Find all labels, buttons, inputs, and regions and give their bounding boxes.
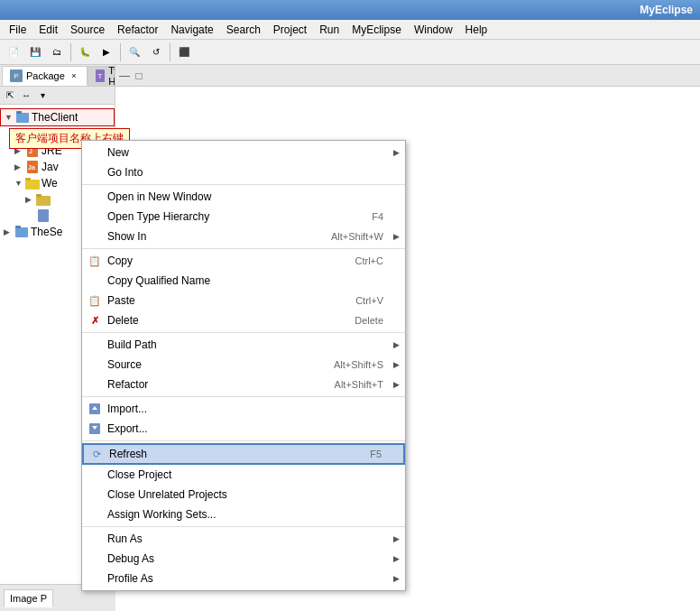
ctx-refresh-label: Refresh [109, 448, 147, 460]
menu-edit[interactable]: Edit [33, 22, 63, 38]
ctx-run-as[interactable]: Run As [82, 529, 405, 549]
ctx-copy-label: Copy [107, 255, 133, 267]
ctx-refresh[interactable]: ⟳ Refresh F5 [82, 443, 405, 465]
refresh-icon: ⟳ [89, 447, 104, 461]
ctx-build-path[interactable]: Build Path [82, 335, 405, 355]
ctx-run-as-label: Run As [107, 532, 143, 545]
java-icon: Ja [25, 160, 40, 174]
ctx-new[interactable]: New [82, 143, 405, 162]
right-minimize-btn[interactable]: — [117, 69, 132, 83]
toolbar-save[interactable]: 💾 [25, 42, 45, 62]
toolbar-search[interactable]: 🔍 [124, 42, 144, 62]
tab-strip: P Package × T Type Hi — □ ▾ [0, 65, 115, 87]
right-maximize-btn[interactable]: □ [132, 69, 146, 83]
separator-3 [170, 43, 170, 61]
menu-run[interactable]: Run [314, 22, 345, 38]
menu-search[interactable]: Search [221, 22, 266, 38]
paste-icon: 📋 [88, 293, 102, 308]
ctx-sep-2 [82, 248, 405, 249]
these-icon [14, 225, 29, 239]
ctx-profile-as[interactable]: Profile As [82, 569, 405, 588]
menu-source[interactable]: Source [65, 22, 110, 38]
tab-package-close[interactable]: × [69, 70, 79, 81]
sub2-icon [36, 208, 51, 223]
ctx-open-type-hierarchy[interactable]: Open Type Hierarchy F4 [82, 207, 405, 227]
ctx-close-unrelated[interactable]: Close Unrelated Projects [82, 485, 405, 505]
svg-rect-12 [38, 209, 49, 222]
ctx-sep-5 [82, 440, 405, 441]
ctx-open-type-hierarchy-shortcut: F4 [372, 211, 398, 222]
ctx-delete-label: Delete [107, 314, 139, 327]
tab-type-hierarchy[interactable]: T Type Hi [88, 66, 115, 86]
ctx-assign-working-sets[interactable]: Assign Working Sets... [82, 505, 405, 524]
menu-refactor[interactable]: Refactor [112, 22, 163, 38]
ctx-import[interactable]: Import... [82, 399, 405, 419]
ctx-refresh-shortcut: F5 [370, 449, 396, 459]
ctx-source-label: Source [107, 358, 142, 371]
ctx-new-label: New [107, 146, 129, 159]
tab-type-label: Type Hi [108, 65, 115, 87]
type-hierarchy-icon: T [96, 69, 105, 82]
svg-rect-13 [15, 227, 28, 237]
toolbar-save-all[interactable]: 🗂 [47, 42, 67, 62]
ctx-close-project-label: Close Project [107, 468, 171, 481]
toolbar-debug[interactable]: 🐛 [75, 42, 95, 62]
ctx-export-label: Export... [107, 422, 148, 435]
tree-label-we: We [41, 177, 58, 190]
title-bar: MyEclipse [0, 0, 700, 20]
link-editor-btn[interactable]: ↔ [18, 88, 34, 104]
menu-project[interactable]: Project [268, 22, 312, 38]
bottom-tab-label: Image P [10, 593, 47, 604]
menu-navigate[interactable]: Navigate [165, 22, 218, 38]
ctx-copy-qualified-name[interactable]: Copy Qualified Name [82, 271, 405, 291]
menu-file[interactable]: File [4, 22, 32, 38]
ctx-go-into[interactable]: Go Into [82, 162, 405, 182]
bottom-tab-image[interactable]: Image P [4, 589, 53, 607]
ctx-copy-qualified-name-label: Copy Qualified Name [107, 274, 210, 287]
toolbar-run[interactable]: ▶ [97, 42, 116, 62]
ctx-source[interactable]: Source Alt+Shift+S [82, 355, 405, 375]
menu-myeclipse[interactable]: MyEclipse [346, 22, 407, 38]
main-toolbar: 📄 💾 🗂 🐛 ▶ 🔍 ↺ ⬛ [0, 40, 700, 65]
tree-arrow-these: ▶ [4, 227, 14, 236]
ctx-close-project[interactable]: Close Project [82, 465, 405, 485]
collapse-all-btn[interactable]: ⇱ [2, 88, 18, 104]
ctx-go-into-label: Go Into [107, 166, 143, 179]
delete-icon: ✗ [88, 313, 102, 328]
ctx-debug-as[interactable]: Debug As [82, 549, 405, 569]
ctx-open-new-window-label: Open in New Window [107, 190, 211, 203]
ctx-refactor[interactable]: Refactor Alt+Shift+T [82, 375, 405, 394]
toolbar-perspective[interactable]: ⬛ [174, 42, 194, 62]
menu-help[interactable]: Help [460, 22, 493, 38]
tree-arrow-theclient: ▼ [5, 113, 15, 122]
ctx-build-path-label: Build Path [107, 338, 157, 351]
package-explorer-icon: P [10, 69, 23, 82]
menu-bar: File Edit Source Refactor Navigate Searc… [0, 20, 700, 40]
ctx-paste-label: Paste [107, 294, 135, 307]
inner-tab-strip: — □ [115, 65, 700, 87]
separator-1 [70, 43, 71, 61]
ctx-open-new-window[interactable]: Open in New Window [82, 187, 405, 207]
ctx-refactor-shortcut: Alt+Shift+T [335, 379, 398, 390]
ctx-import-label: Import... [107, 403, 147, 415]
ctx-delete[interactable]: ✗ Delete Delete [82, 310, 405, 330]
ctx-show-in-label: Show In [107, 230, 146, 243]
app-title: MyEclipse [640, 4, 693, 16]
toolbar-refresh[interactable]: ↺ [146, 42, 166, 62]
ctx-copy[interactable]: 📋 Copy Ctrl+C [82, 251, 405, 271]
ctx-paste[interactable]: 📋 Paste Ctrl+V [82, 291, 405, 310]
context-menu: New Go Into Open in New Window Open Type… [81, 140, 406, 591]
tree-arrow-we: ▼ [14, 179, 25, 188]
ctx-show-in[interactable]: Show In Alt+Shift+W [82, 227, 405, 246]
tab-package-explorer[interactable]: P Package × [2, 66, 88, 86]
svg-rect-10 [36, 196, 51, 206]
menu-window[interactable]: Window [409, 22, 458, 38]
panel-view-menu-btn[interactable]: ▾ [34, 88, 51, 104]
toolbar-new[interactable]: 📄 [4, 42, 23, 62]
svg-rect-9 [25, 178, 31, 181]
ctx-export[interactable]: Export... [82, 419, 405, 439]
ctx-show-in-shortcut: Alt+Shift+W [331, 231, 398, 242]
tree-label-theclient: TheClient [32, 111, 78, 124]
ctx-profile-as-label: Profile As [107, 572, 153, 585]
tree-item-theclient[interactable]: ▼ TheClient [0, 108, 115, 126]
